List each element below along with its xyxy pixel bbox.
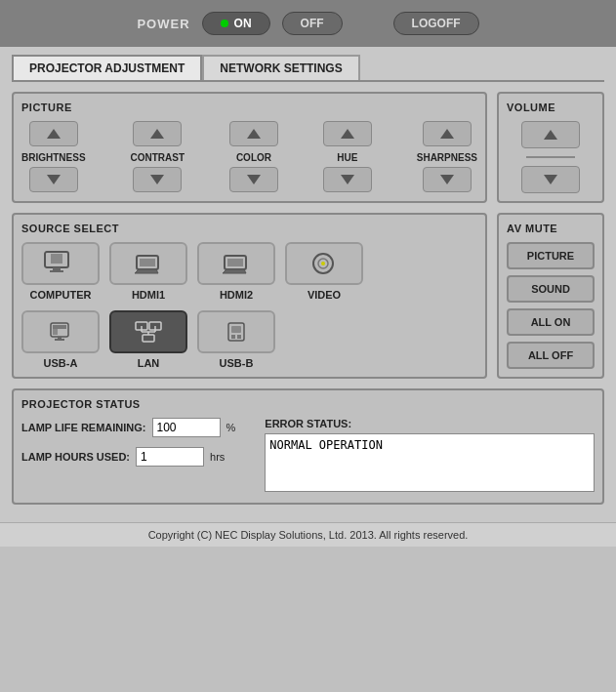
computer-icon-button[interactable] xyxy=(21,242,100,285)
down-arrow-icon xyxy=(341,175,354,184)
top-bar: POWER ON OFF LOGOFF xyxy=(0,0,616,47)
source-hdmi2[interactable]: HDMI2 xyxy=(197,242,275,301)
tab-projector-adjustment[interactable]: PROJECTOR ADJUSTMENT xyxy=(12,55,202,80)
error-status-textarea: NORMAL OPERATION xyxy=(265,433,595,492)
svg-rect-1 xyxy=(51,254,62,264)
hdmi2-icon xyxy=(219,250,254,277)
sharpness-down-button[interactable] xyxy=(423,167,472,192)
sharpness-up-button[interactable] xyxy=(423,121,472,146)
source-row-1: COMPUTER HDMI1 xyxy=(21,242,477,301)
usb-a-icon-button[interactable] xyxy=(21,310,100,353)
avmute-sound-button[interactable]: SOUND xyxy=(507,275,595,303)
color-down-button[interactable] xyxy=(229,167,278,192)
usb-b-label: USB-B xyxy=(220,357,254,369)
usb-b-icon xyxy=(219,318,254,346)
hdmi2-icon-button[interactable] xyxy=(197,242,275,285)
lamp-hours-label: LAMP HOURS USED: xyxy=(21,451,130,463)
svg-point-12 xyxy=(321,262,325,265)
usb-a-label: USB-A xyxy=(44,357,78,369)
hdmi1-icon-button[interactable] xyxy=(109,242,187,285)
lamp-life-row: LAMP LIFE REMAINING: % xyxy=(21,418,235,437)
source-usb-b[interactable]: USB-B xyxy=(197,310,275,369)
green-indicator xyxy=(221,20,228,27)
sharpness-control: SHARPNESS xyxy=(417,121,477,192)
brightness-down-button[interactable] xyxy=(29,167,78,192)
down-arrow-icon xyxy=(47,175,61,184)
svg-rect-28 xyxy=(237,335,241,339)
svg-rect-15 xyxy=(53,325,66,329)
volume-title: VOLUME xyxy=(507,102,595,113)
picture-controls: BRIGHTNESS CONTRAST xyxy=(21,121,477,192)
source-grid: COMPUTER HDMI1 xyxy=(21,242,477,369)
up-arrow-icon xyxy=(247,129,261,139)
top-panels-row: PICTURE BRIGHTNESS CONTRAST xyxy=(12,92,604,203)
brightness-control: BRIGHTNESS xyxy=(21,121,86,192)
video-label: VIDEO xyxy=(308,289,341,301)
avmute-panel: AV MUTE PICTURE SOUND ALL ON ALL OFF xyxy=(497,213,604,379)
source-usb-a[interactable]: USB-A xyxy=(21,310,100,369)
svg-marker-6 xyxy=(135,269,158,273)
source-title: SOURCE SELECT xyxy=(21,223,477,234)
color-label: COLOR xyxy=(236,152,271,163)
volume-controls xyxy=(507,121,595,193)
middle-panels-row: SOURCE SELECT COMPUTER xyxy=(12,213,604,379)
lamp-life-input[interactable] xyxy=(152,418,221,437)
contrast-down-button[interactable] xyxy=(133,167,182,192)
avmute-picture-button[interactable]: PICTURE xyxy=(507,242,595,269)
sharpness-label: SHARPNESS xyxy=(417,152,477,163)
tab-network-settings[interactable]: NETWORK SETTINGS xyxy=(202,55,359,80)
computer-label: COMPUTER xyxy=(30,289,92,301)
source-video[interactable]: VIDEO xyxy=(285,242,363,301)
svg-rect-7 xyxy=(225,256,246,269)
lamp-life-unit: % xyxy=(226,422,236,433)
hue-label: HUE xyxy=(337,152,357,163)
volume-up-button[interactable] xyxy=(521,121,580,148)
lamp-hours-row: LAMP HOURS USED: hrs xyxy=(21,447,235,467)
power-label: POWER xyxy=(137,17,189,31)
contrast-up-button[interactable] xyxy=(133,121,182,146)
source-panel: SOURCE SELECT COMPUTER xyxy=(12,213,487,379)
source-lan[interactable]: LAN xyxy=(109,310,187,369)
hdmi2-label: HDMI2 xyxy=(220,289,253,301)
on-button[interactable]: ON xyxy=(202,12,270,35)
svg-rect-2 xyxy=(53,267,61,270)
video-icon-button[interactable] xyxy=(285,242,363,285)
picture-title: PICTURE xyxy=(21,102,477,113)
avmute-allon-button[interactable]: ALL ON xyxy=(507,308,595,336)
down-arrow-icon xyxy=(247,175,261,184)
volume-panel: VOLUME xyxy=(497,92,604,203)
svg-rect-0 xyxy=(45,252,68,267)
status-fields: LAMP LIFE REMAINING: % LAMP HOURS USED: … xyxy=(21,418,595,495)
off-button[interactable]: OFF xyxy=(282,12,343,35)
up-arrow-icon xyxy=(47,129,61,139)
computer-icon xyxy=(43,250,78,277)
hue-control: HUE xyxy=(323,121,372,192)
hdmi1-label: HDMI1 xyxy=(132,289,165,301)
status-right: ERROR STATUS: NORMAL OPERATION xyxy=(265,418,595,495)
svg-rect-19 xyxy=(149,322,161,330)
svg-rect-20 xyxy=(143,335,154,342)
lan-icon-button[interactable] xyxy=(109,310,187,353)
footer: Copyright (C) NEC Display Solutions, Ltd… xyxy=(0,522,616,547)
contrast-label: CONTRAST xyxy=(130,152,185,163)
color-up-button[interactable] xyxy=(229,121,278,146)
hue-up-button[interactable] xyxy=(323,121,372,146)
svg-rect-4 xyxy=(137,256,158,269)
brightness-label: BRIGHTNESS xyxy=(21,152,86,163)
source-computer[interactable]: COMPUTER xyxy=(21,242,100,301)
volume-down-button[interactable] xyxy=(521,166,580,193)
svg-rect-16 xyxy=(55,339,64,341)
svg-rect-3 xyxy=(50,270,63,272)
logoff-button[interactable]: LOGOFF xyxy=(393,12,479,35)
source-hdmi1[interactable]: HDMI1 xyxy=(109,242,187,301)
hdmi1-icon xyxy=(131,250,166,277)
svg-rect-5 xyxy=(140,259,155,266)
lamp-hours-input[interactable] xyxy=(136,447,204,467)
svg-rect-13 xyxy=(51,323,68,337)
avmute-alloff-button[interactable]: ALL OFF xyxy=(507,342,595,369)
brightness-up-button[interactable] xyxy=(29,121,78,146)
contrast-control: CONTRAST xyxy=(130,121,185,192)
hue-down-button[interactable] xyxy=(323,167,372,192)
svg-rect-26 xyxy=(231,326,241,333)
usb-b-icon-button[interactable] xyxy=(197,310,275,353)
